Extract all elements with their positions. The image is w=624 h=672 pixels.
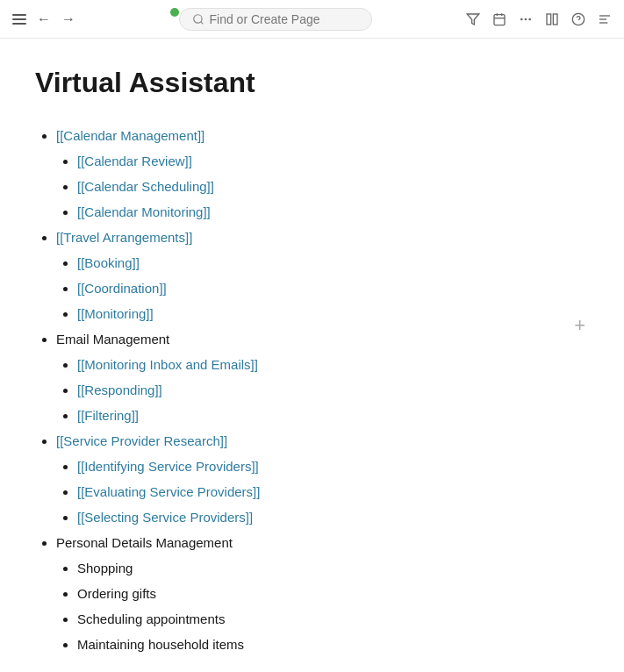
sub-list: [[Calendar Review]][[Calendar Scheduling… (56, 149, 589, 224)
wiki-link[interactable]: [[Booking]] (77, 255, 140, 270)
list-item: [[Responding]] (77, 378, 589, 402)
help-button[interactable] (570, 11, 587, 28)
list-item: Email Management[[Monitoring Inbox and E… (56, 327, 589, 427)
plain-text: Shopping (77, 561, 133, 575)
wiki-link[interactable]: [[Calendar Monitoring]] (77, 204, 211, 219)
filter-icon (466, 12, 480, 26)
wiki-link[interactable]: [[Selecting Service Providers]] (77, 510, 253, 525)
toolbar-center (84, 8, 457, 31)
wiki-link[interactable]: [[Responding]] (77, 382, 162, 397)
back-arrow-icon: ← (37, 12, 51, 26)
svg-point-9 (528, 18, 531, 20)
search-input[interactable] (210, 12, 359, 26)
calendar-icon (492, 12, 506, 26)
list-item: [[Monitoring]] (77, 302, 589, 325)
calendar-button[interactable] (491, 11, 508, 28)
list-item: [[Calendar Review]] (77, 149, 589, 173)
sub-list: [[Identifying Service Providers]][[Evalu… (56, 454, 589, 529)
list-item: [[Evaluating Service Providers]] (77, 480, 589, 504)
columns-icon (545, 12, 559, 26)
list-item: [[Calendar Scheduling]] (77, 175, 589, 198)
toolbar-left: ← → (11, 11, 77, 28)
svg-marker-2 (467, 14, 478, 25)
wiki-link[interactable]: [[Filtering]] (77, 408, 139, 423)
wiki-link[interactable]: [[Identifying Service Providers]] (77, 459, 259, 474)
filter-button[interactable] (464, 11, 482, 28)
sub-list: [[Monitoring Inbox and Emails]][[Respond… (56, 353, 589, 427)
wiki-link[interactable]: [[Monitoring]] (77, 306, 154, 321)
list-item: [[Coordination]] (77, 276, 589, 300)
list-item: Shopping (77, 556, 589, 580)
menu-button[interactable] (11, 12, 28, 26)
help-icon (571, 12, 585, 26)
search-bar[interactable] (179, 8, 372, 31)
search-icon (192, 13, 204, 25)
list-item: Personal Details ManagementShoppingOrder… (56, 531, 589, 656)
forward-button[interactable]: → (60, 11, 77, 28)
columns-button[interactable] (543, 11, 561, 28)
forward-arrow-icon: → (61, 12, 75, 26)
svg-rect-10 (547, 14, 551, 25)
nav-menu-icon (598, 12, 612, 26)
more-dots-icon (519, 12, 533, 26)
list-item: Maintaining household items (77, 633, 589, 656)
svg-rect-11 (553, 14, 557, 25)
plain-text: Maintaining household items (77, 637, 244, 652)
add-item-button[interactable]: + (570, 311, 589, 340)
sub-list: [[Booking]][[Coordination]][[Monitoring]… (56, 251, 589, 325)
list-item: [[Calendar Management]][[Calendar Review… (56, 124, 589, 224)
wiki-link[interactable]: [[Calendar Review]] (77, 154, 192, 168)
list-item: Ordering gifts (77, 582, 589, 605)
list-item: [[Selecting Service Providers]] (77, 505, 589, 529)
plus-icon: + (574, 314, 585, 337)
hamburger-icon (12, 14, 26, 25)
plain-text: Scheduling appointments (77, 611, 225, 626)
wiki-link[interactable]: [[Coordination]] (77, 281, 167, 296)
wiki-link[interactable]: [[Monitoring Inbox and Emails]] (77, 357, 258, 372)
toolbar: ← → (0, 0, 624, 39)
list-item: [[Identifying Service Providers]] (77, 454, 589, 478)
list-item: [[Booking]] (77, 251, 589, 275)
svg-line-1 (200, 21, 203, 24)
list-item: [[Monitoring Inbox and Emails]] (77, 353, 589, 376)
svg-point-0 (193, 14, 201, 22)
plain-text: Email Management (56, 332, 169, 347)
svg-point-8 (525, 18, 527, 20)
content-list: [[Calendar Management]][[Calendar Review… (35, 124, 589, 656)
list-item: [[Calendar Monitoring]] (77, 200, 589, 224)
wiki-link[interactable]: [[Calendar Scheduling]] (77, 179, 214, 194)
wiki-link[interactable]: [[Evaluating Service Providers]] (77, 484, 260, 499)
wiki-link[interactable]: [[Service Provider Research]] (56, 433, 227, 448)
nav-menu-button[interactable] (596, 11, 613, 28)
plain-text: Personal Details Management (56, 535, 233, 550)
status-indicator (170, 8, 179, 17)
svg-point-7 (520, 18, 523, 20)
wiki-link[interactable]: [[Travel Arrangements]] (56, 230, 192, 245)
main-content: Virtual Assistant [[Calendar Management]… (0, 39, 624, 672)
list-item: [[Travel Arrangements]][[Booking]][[Coor… (56, 225, 589, 325)
list-item: [[Filtering]] (77, 404, 589, 427)
page-title: Virtual Assistant (35, 67, 589, 99)
sub-list: ShoppingOrdering giftsScheduling appoint… (56, 556, 589, 656)
wiki-link[interactable]: [[Calendar Management]] (56, 128, 204, 143)
plain-text: Ordering gifts (77, 586, 156, 601)
svg-rect-3 (494, 14, 505, 25)
toolbar-right (464, 11, 613, 28)
back-button[interactable]: ← (35, 11, 53, 28)
list-item: [[Service Provider Research]][[Identifyi… (56, 429, 589, 529)
list-item: Scheduling appointments (77, 607, 589, 631)
more-button[interactable] (517, 11, 534, 28)
